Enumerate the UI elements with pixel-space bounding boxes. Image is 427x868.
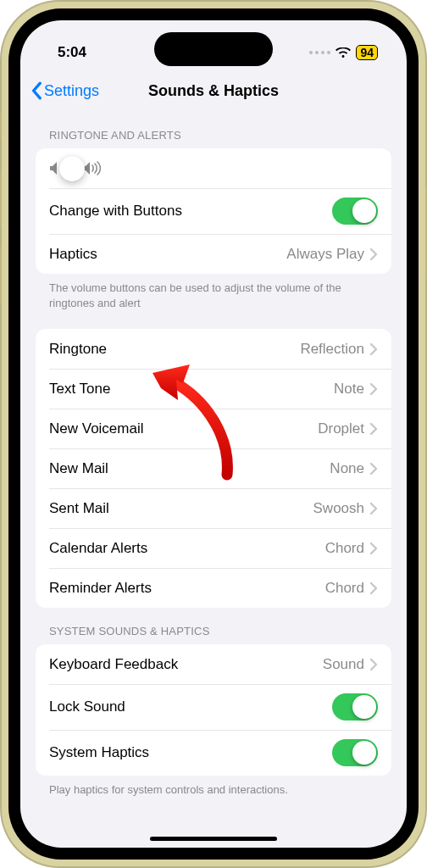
label: New Voicemail <box>49 420 144 437</box>
back-label: Settings <box>44 82 99 100</box>
group-ringtone-alerts: Change with Buttons Haptics Always Play <box>36 148 391 274</box>
volume-up-button <box>0 170 2 229</box>
toggle-change-with-buttons[interactable] <box>332 198 378 225</box>
volume-down-button <box>0 246 2 305</box>
section-footer-ringtone: The volume buttons can be used to adjust… <box>36 274 391 310</box>
group-sound-options: RingtoneReflectionText ToneNoteNew Voice… <box>36 329 391 608</box>
label: New Mail <box>49 460 108 477</box>
value: Chord <box>325 540 369 557</box>
chevron-right-icon <box>369 422 378 436</box>
status-time: 5:04 <box>58 44 86 61</box>
battery-indicator: 94 <box>356 45 378 60</box>
value-haptics: Always Play <box>286 246 369 263</box>
nav-bar: Settings Sounds & Haptics <box>20 70 407 112</box>
label: Calendar Alerts <box>49 540 147 557</box>
row-reminder-alerts[interactable]: Reminder AlertsChord <box>36 568 391 608</box>
chevron-right-icon <box>369 342 378 356</box>
section-header-ringtone: RINGTONE AND ALERTS <box>36 112 391 148</box>
silence-switch <box>0 110 2 140</box>
chevron-right-icon <box>369 502 378 515</box>
chevron-right-icon <box>369 581 378 595</box>
content-scroll[interactable]: RINGTONE AND ALERTS Change with Buttons <box>20 112 407 848</box>
label-keyboard: Keyboard Feedback <box>49 656 178 673</box>
row-new-mail[interactable]: New MailNone <box>36 448 391 488</box>
label-haptics: Haptics <box>49 246 97 263</box>
page-title: Sounds & Haptics <box>148 82 279 100</box>
label: Ringtone <box>49 341 107 358</box>
label-lock-sound: Lock Sound <box>49 698 125 715</box>
row-calendar-alerts[interactable]: Calendar AlertsChord <box>36 528 391 568</box>
value: Reflection <box>300 341 369 358</box>
value-keyboard: Sound <box>323 656 369 673</box>
value: None <box>330 460 369 477</box>
toggle-system-haptics[interactable] <box>332 739 378 766</box>
value: Droplet <box>318 420 369 437</box>
row-new-voicemail[interactable]: New VoicemailDroplet <box>36 409 391 448</box>
value: Chord <box>325 580 369 597</box>
label: Sent Mail <box>49 500 109 517</box>
chevron-right-icon <box>369 462 378 476</box>
row-haptics[interactable]: Haptics Always Play <box>36 234 391 274</box>
dynamic-island <box>154 32 273 66</box>
label: Reminder Alerts <box>49 580 152 597</box>
row-text-tone[interactable]: Text ToneNote <box>36 369 391 409</box>
back-button[interactable]: Settings <box>30 81 99 100</box>
section-header-system: SYSTEM SOUNDS & HAPTICS <box>36 608 391 644</box>
volume-slider-row <box>36 148 391 188</box>
row-keyboard-feedback[interactable]: Keyboard Feedback Sound <box>36 644 391 684</box>
speaker-max-icon <box>82 161 101 175</box>
chevron-right-icon <box>369 248 378 261</box>
value: Note <box>334 381 369 398</box>
chevron-right-icon <box>369 542 378 555</box>
value: Swoosh <box>313 500 369 517</box>
chevron-right-icon <box>369 658 378 671</box>
toggle-lock-sound[interactable] <box>332 693 378 721</box>
row-change-with-buttons[interactable]: Change with Buttons <box>36 188 391 234</box>
label: Text Tone <box>49 381 110 398</box>
screen: 5:04 94 Settings Sounds & Haptics RINGTO… <box>20 20 407 848</box>
group-system-sounds: Keyboard Feedback Sound Lock Sound Syste… <box>36 644 391 776</box>
phone-frame: 5:04 94 Settings Sounds & Haptics RINGTO… <box>0 0 427 868</box>
row-lock-sound[interactable]: Lock Sound <box>36 684 391 730</box>
row-sent-mail[interactable]: Sent MailSwoosh <box>36 488 391 528</box>
section-footer-system: Play haptics for system controls and int… <box>36 776 391 798</box>
cellular-icon <box>309 51 330 54</box>
label-change-with-buttons: Change with Buttons <box>49 203 182 220</box>
row-system-haptics[interactable]: System Haptics <box>36 730 391 776</box>
home-indicator[interactable] <box>150 837 277 841</box>
row-ringtone[interactable]: RingtoneReflection <box>36 329 391 369</box>
slider-thumb[interactable] <box>59 156 85 181</box>
chevron-left-icon <box>30 81 44 100</box>
label-system-haptics: System Haptics <box>49 744 149 761</box>
wifi-icon <box>336 47 351 58</box>
chevron-right-icon <box>369 382 378 396</box>
